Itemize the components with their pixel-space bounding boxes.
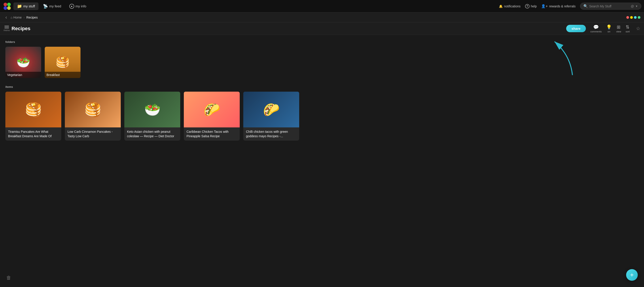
tab-my-info[interactable]: ● my info xyxy=(66,2,90,10)
breadcrumb-home-label: Home xyxy=(14,16,22,19)
notifications-label: notifications xyxy=(504,4,520,8)
on-button[interactable]: 💡 on xyxy=(606,24,612,33)
view-icon: ⊞ xyxy=(617,24,620,30)
toolbar: menu Recipes share 💬 comments 💡 on ⊞ vie… xyxy=(0,22,644,35)
tab-my-stuff-label: my stuff xyxy=(23,4,35,8)
help-button[interactable]: ? help xyxy=(525,4,537,8)
sort-icon: ⇅ xyxy=(626,24,630,30)
item-lowcarb-image: 🥞 xyxy=(65,92,121,128)
tab-my-feed[interactable]: 📡 my feed xyxy=(39,2,64,10)
item-caribbean-title: Caribbean Chicken Tacos with Pineapple S… xyxy=(186,130,237,138)
dot-yellow xyxy=(630,16,633,19)
help-label: help xyxy=(531,4,537,8)
notifications-icon: 🔔 xyxy=(499,4,503,8)
items-section: items 🥞 Tiramisu Pancakes Are What Break… xyxy=(5,85,639,144)
dot-cyan xyxy=(634,16,636,19)
colored-dots xyxy=(626,16,640,19)
items-label: items xyxy=(5,85,639,88)
menu-button[interactable]: menu xyxy=(4,26,10,32)
item-caribbean-image: 🌮 xyxy=(184,92,240,128)
breadcrumb-bar: ‹ ⌂ Home › Recipes xyxy=(0,12,644,22)
item-caribbean-body: Caribbean Chicken Tacos with Pineapple S… xyxy=(184,128,240,140)
item-lowcarb-body: Low Carb Cinnamon Pancakes - Tasty Low C… xyxy=(65,128,121,140)
item-tiramisu-image: 🥞 xyxy=(5,92,61,128)
my-feed-icon: 📡 xyxy=(43,4,48,9)
item-caribbean[interactable]: 🌮 Caribbean Chicken Tacos with Pineapple… xyxy=(184,92,240,140)
comments-icon: 💬 xyxy=(593,24,599,30)
svg-point-3 xyxy=(7,6,11,10)
folder-breakfast-label: Breakfast xyxy=(45,72,80,78)
back-button[interactable]: ‹ xyxy=(4,14,9,21)
item-keto-image: 🥗 xyxy=(124,92,180,128)
folders-label: folders xyxy=(5,40,639,44)
sort-label: sort xyxy=(626,30,630,33)
folder-vegetarian[interactable]: 🥗 Vegetarian xyxy=(5,47,41,78)
folders-section: folders 🥗 Vegetarian 🥞 Breakfast xyxy=(5,40,639,78)
dot-green xyxy=(638,16,640,19)
svg-point-2 xyxy=(4,6,7,10)
star-button[interactable]: ☆ xyxy=(636,26,640,32)
rewards-button[interactable]: 👤+ rewards & referrals xyxy=(541,4,576,8)
breadcrumb-current: Recipes xyxy=(26,16,38,19)
page-title: Recipes xyxy=(12,26,566,32)
item-keto-body: Keto Asian chicken with peanut coleslaw … xyxy=(124,128,180,140)
comments-label: comments xyxy=(590,30,602,33)
comments-button[interactable]: 💬 comments xyxy=(590,24,602,33)
tab-my-feed-label: my feed xyxy=(49,4,61,8)
item-tiramisu-body: Tiramisu Pancakes Are What Breakfast Dre… xyxy=(5,128,61,140)
rewards-label: rewards & referrals xyxy=(549,4,576,8)
breadcrumb-separator: › xyxy=(24,16,24,19)
item-tiramisu[interactable]: 🥞 Tiramisu Pancakes Are What Breakfast D… xyxy=(5,92,61,140)
menu-icon xyxy=(4,26,9,28)
item-lowcarb-title: Low Carb Cinnamon Pancakes - Tasty Low C… xyxy=(68,130,118,138)
home-icon: ⌂ xyxy=(10,16,12,19)
tab-my-info-label: my info xyxy=(76,4,86,8)
main-content: folders 🥗 Vegetarian 🥞 Breakfast items 🥞… xyxy=(0,35,644,144)
item-keto-title: Keto Asian chicken with peanut coleslaw … xyxy=(127,130,178,138)
tab-my-stuff[interactable]: 📁 my stuff xyxy=(14,2,38,10)
view-button[interactable]: ⊞ view xyxy=(616,24,621,33)
item-chilli-image: 🌮 xyxy=(243,92,299,128)
menu-label: menu xyxy=(4,29,10,32)
logo[interactable] xyxy=(3,2,12,11)
item-chilli[interactable]: 🌮 Chilli chicken tacos with green goddes… xyxy=(243,92,299,140)
help-icon: ? xyxy=(525,4,530,8)
item-tiramisu-title: Tiramisu Pancakes Are What Breakfast Dre… xyxy=(8,130,58,138)
rewards-icon: 👤+ xyxy=(541,4,548,8)
item-chilli-title: Chilli chicken tacos with green goddess … xyxy=(246,130,296,138)
share-button[interactable]: share xyxy=(566,25,586,32)
top-nav: 📁 my stuff 📡 my feed ● my info 🔔 notific… xyxy=(0,0,644,12)
nav-tabs: 📁 my stuff 📡 my feed ● my info xyxy=(14,2,497,10)
items-grid: 🥞 Tiramisu Pancakes Are What Breakfast D… xyxy=(5,92,639,144)
breadcrumb-home[interactable]: ⌂ Home xyxy=(10,16,22,19)
on-label: on xyxy=(608,30,610,33)
nav-right: 🔔 notifications ? help 👤+ rewards & refe… xyxy=(499,3,641,10)
folders-grid: 🥗 Vegetarian 🥞 Breakfast xyxy=(5,47,639,78)
toolbar-main: menu Recipes share 💬 comments 💡 on ⊞ vie… xyxy=(4,24,640,33)
on-icon: 💡 xyxy=(606,24,612,30)
search-icon: 🔍 xyxy=(584,4,588,8)
search-input[interactable] xyxy=(589,4,630,8)
toolbar-actions: share 💬 comments 💡 on ⊞ view ⇅ sort ☆ xyxy=(566,24,640,33)
my-info-icon: ● xyxy=(69,4,74,9)
item-keto[interactable]: 🥗 Keto Asian chicken with peanut colesla… xyxy=(124,92,180,140)
sort-button[interactable]: ⇅ sort xyxy=(626,24,630,33)
search-dropdown-arrow[interactable]: ▼ xyxy=(635,5,638,8)
folder-vegetarian-label: Vegetarian xyxy=(5,72,41,78)
search-bar[interactable]: 🔍 @ ▼ xyxy=(580,3,641,10)
search-at-symbol: @ xyxy=(631,4,634,8)
item-lowcarb[interactable]: 🥞 Low Carb Cinnamon Pancakes - Tasty Low… xyxy=(65,92,121,140)
svg-point-1 xyxy=(7,3,11,6)
my-stuff-icon: 📁 xyxy=(17,4,22,9)
notifications-button[interactable]: 🔔 notifications xyxy=(499,4,520,8)
dot-red xyxy=(626,16,629,19)
item-chilli-body: Chilli chicken tacos with green goddess … xyxy=(243,128,299,140)
svg-point-0 xyxy=(4,3,7,6)
folder-breakfast[interactable]: 🥞 Breakfast xyxy=(45,47,80,78)
view-label: view xyxy=(616,30,621,33)
